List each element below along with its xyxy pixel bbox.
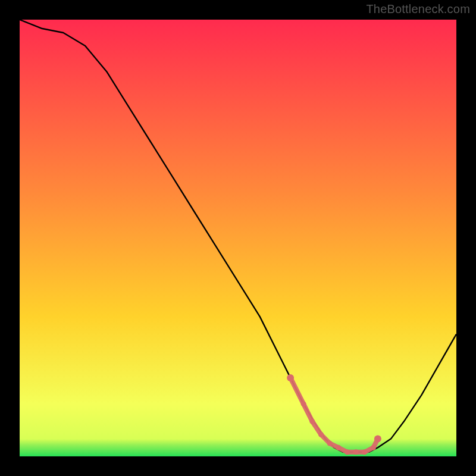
curve-layer [20,20,456,456]
marker-dot [345,449,350,455]
marker-dot [327,441,333,446]
marker-dot [336,445,341,450]
marker-group [287,374,381,455]
plot-area [20,20,456,456]
marker-dot [353,449,359,455]
watermark-label: TheBottleneck.com [366,2,470,16]
marker-dot [362,449,367,455]
marker-dot [287,374,294,381]
bottleneck-curve [20,20,456,452]
chart-frame: TheBottleneck.com [0,0,476,476]
marker-dot [371,445,376,450]
marker-dot [301,401,306,406]
marker-underlay [290,378,378,452]
marker-dot [309,419,315,424]
marker-dot [318,432,324,437]
marker-dot [374,436,381,443]
